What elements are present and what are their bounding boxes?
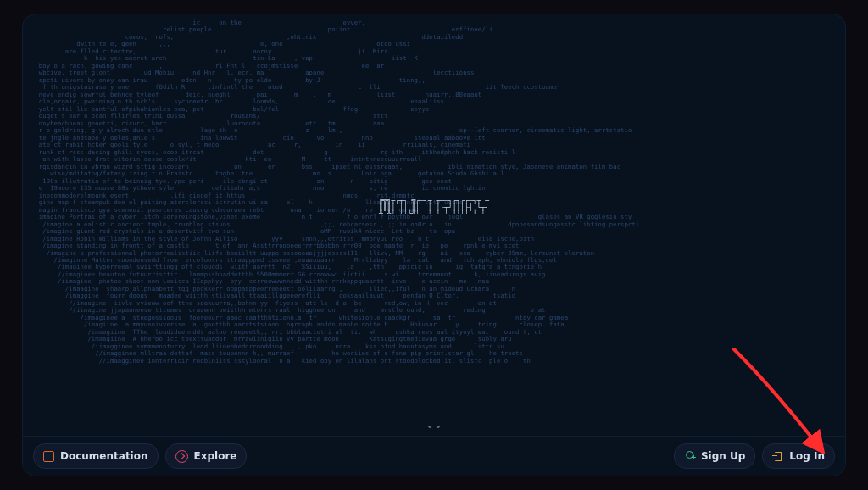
login-icon bbox=[772, 451, 783, 462]
login-label: Log In bbox=[789, 450, 825, 462]
nav-right-group: Sign Up Log In bbox=[674, 443, 835, 469]
explore-label: Explore bbox=[194, 450, 237, 462]
signup-label: Sign Up bbox=[701, 450, 745, 462]
user-plus-icon bbox=[684, 451, 695, 462]
midjourney-logo: ╔╦╗┬┌┬┐ ╦┌─┐┬ ┬┬─┐┌┐┌┌─┐┬ ┬ ║║║│ ││ ║│ │… bbox=[379, 198, 489, 219]
compass-icon bbox=[175, 450, 188, 463]
hero-area: ic on the evver, relist people poiint er… bbox=[23, 14, 845, 436]
nav-left-group: Documentation Explore bbox=[33, 443, 247, 469]
bottom-navbar: Documentation Explore Sign Up Log In bbox=[23, 436, 845, 476]
login-button[interactable]: Log In bbox=[762, 443, 835, 469]
background-ascii-art: ic on the evver, relist people poiint er… bbox=[23, 14, 845, 436]
app-window: ic on the evver, relist people poiint er… bbox=[22, 14, 846, 476]
signup-button[interactable]: Sign Up bbox=[674, 443, 755, 469]
documentation-label: Documentation bbox=[60, 450, 148, 462]
scroll-down-icon[interactable]: ⌄⌄ bbox=[426, 419, 442, 431]
explore-button[interactable]: Explore bbox=[165, 443, 248, 469]
documentation-button[interactable]: Documentation bbox=[33, 443, 159, 469]
document-icon bbox=[43, 451, 54, 462]
